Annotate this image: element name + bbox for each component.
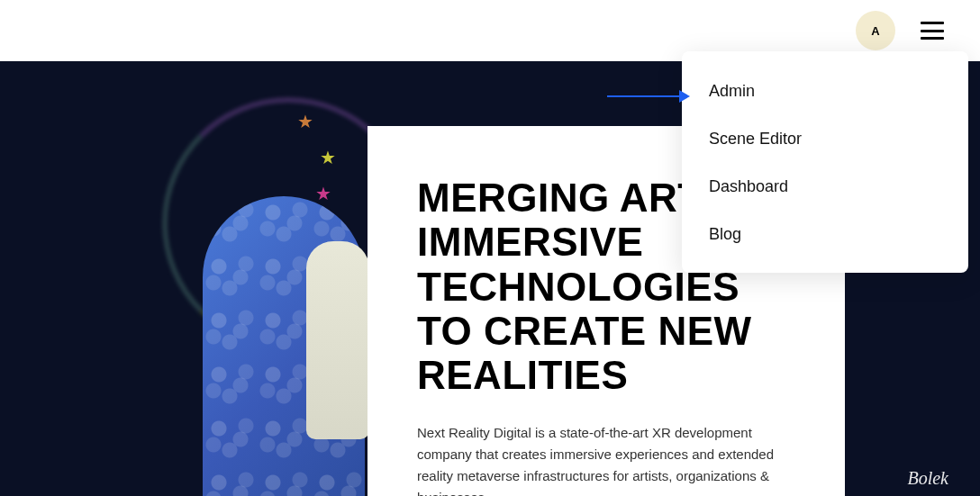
hero-body: Next Reality Digital is a state-of-the-a…: [417, 422, 804, 496]
star-icon: ★: [315, 183, 331, 204]
figure-body: [306, 241, 369, 439]
avatar-button[interactable]: A: [856, 11, 895, 50]
dropdown-item-dashboard[interactable]: Dashboard: [682, 163, 968, 211]
hero-artwork: ★ ★ ★ ★: [0, 61, 378, 496]
star-icon: ★: [297, 111, 313, 132]
hamburger-menu-icon[interactable]: [921, 22, 944, 40]
dropdown-item-label: Scene Editor: [709, 130, 802, 148]
dropdown-item-scene-editor[interactable]: Scene Editor: [682, 115, 968, 163]
dropdown-item-admin[interactable]: Admin: [682, 66, 968, 115]
avatar-letter: A: [871, 24, 879, 38]
arrow-line: [607, 95, 679, 97]
corner-label: Bolek: [907, 468, 948, 489]
dropdown-item-label: Admin: [709, 82, 755, 100]
dropdown-item-label: Dashboard: [709, 177, 788, 195]
star-icon: ★: [320, 147, 336, 168]
dropdown-item-label: Blog: [709, 225, 741, 243]
dropdown-item-blog[interactable]: Blog: [682, 211, 968, 258]
arrow-right-icon: [679, 90, 690, 103]
user-dropdown: Admin Scene Editor Dashboard Blog: [682, 51, 968, 273]
annotation-arrow: [607, 90, 690, 103]
